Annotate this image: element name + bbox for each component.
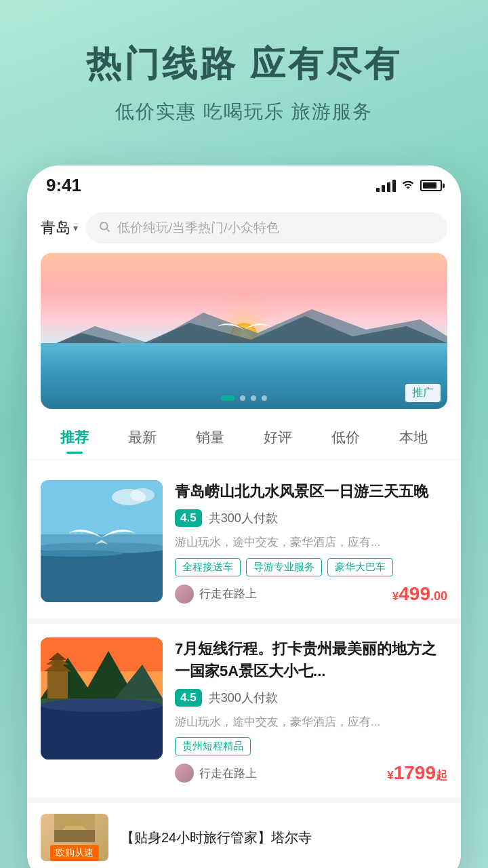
seabird-card-icon bbox=[68, 521, 136, 555]
seabird-illustration bbox=[217, 316, 271, 343]
product-card-3-preview[interactable]: 欧购从速 【贴身24小时旅行管家】塔尔寺 bbox=[27, 803, 461, 868]
svg-rect-22 bbox=[54, 830, 95, 842]
svg-rect-15 bbox=[47, 671, 68, 698]
seller-name-2: 行走在路上 bbox=[199, 766, 257, 781]
product-info-1: 青岛崂山北九水风景区一日游三天五晚 4.5 共300人付款 游山玩水，途中交友，… bbox=[175, 480, 447, 605]
banner-dot-3[interactable] bbox=[251, 395, 256, 401]
product-price-1: ¥499.00 bbox=[392, 583, 447, 605]
seller-name-1: 行走在路上 bbox=[199, 586, 257, 601]
signal-icon bbox=[376, 180, 396, 192]
location-text: 青岛 bbox=[41, 218, 70, 238]
seller-avatar-2 bbox=[175, 764, 194, 783]
product-title-1: 青岛崂山北九水风景区一日游三天五晚 bbox=[175, 480, 447, 502]
seller-avatar-1 bbox=[175, 585, 194, 604]
location-selector[interactable]: 青岛 ▾ bbox=[41, 218, 78, 238]
tags-row-1: 全程接送车 导游专业服务 豪华大巴车 bbox=[175, 558, 447, 576]
taer-temple-svg bbox=[41, 814, 108, 842]
tag-1-1: 全程接送车 bbox=[175, 558, 241, 576]
banner-dot-2[interactable] bbox=[240, 395, 245, 401]
tag-2-1: 贵州短程精品 bbox=[175, 737, 251, 755]
tab-rating[interactable]: 好评 bbox=[244, 422, 312, 452]
svg-point-8 bbox=[130, 488, 155, 502]
status-time: 9:41 bbox=[46, 175, 81, 196]
banner-dots bbox=[221, 395, 267, 401]
svg-point-20 bbox=[41, 698, 163, 712]
product-info-2: 7月短线行程。打卡贵州最美丽的地方之一国家5A景区大小七... 4.5 共300… bbox=[175, 637, 447, 785]
third-card-info: 【贴身24小时旅行管家】塔尔寺 bbox=[121, 829, 312, 847]
banner-dot-1[interactable] bbox=[221, 395, 235, 401]
battery-icon bbox=[420, 180, 442, 191]
banner-image bbox=[41, 253, 447, 409]
product-card-2[interactable]: 7月短线行程。打卡贵州最美丽的地方之一国家5A景区大小七... 4.5 共300… bbox=[27, 624, 461, 804]
product-card-1[interactable]: 青岛崂山北九水风景区一日游三天五晚 4.5 共300人付款 游山玩水，途中交友，… bbox=[27, 467, 461, 624]
hero-subtitle: 低价实惠 吃喝玩乐 旅游服务 bbox=[14, 99, 474, 125]
search-bar-row: 青岛 ▾ 低价纯玩/当季热门/小众特色 bbox=[27, 203, 461, 253]
product-list: 青岛崂山北九水风景区一日游三天五晚 4.5 共300人付款 游山玩水，途中交友，… bbox=[27, 460, 461, 868]
rating-count-1: 共300人付款 bbox=[209, 510, 278, 526]
tags-row-2: 贵州短程精品 bbox=[175, 737, 447, 755]
tab-local[interactable]: 本地 bbox=[380, 422, 447, 452]
tag-1-3: 豪华大巴车 bbox=[327, 558, 393, 576]
seller-price-row-2: 行走在路上 ¥1799起 bbox=[175, 762, 447, 784]
product-title-2: 7月短线行程。打卡贵州最美丽的地方之一国家5A景区大小七... bbox=[175, 637, 447, 682]
wifi-icon bbox=[401, 178, 415, 193]
rating-row-1: 4.5 共300人付款 bbox=[175, 509, 447, 527]
banner[interactable]: 推广 bbox=[41, 253, 447, 409]
promoted-badge: 推广 bbox=[405, 384, 441, 402]
guizhou-svg bbox=[41, 637, 163, 760]
svg-rect-19 bbox=[41, 705, 163, 760]
svg-point-0 bbox=[100, 222, 108, 230]
tab-sales[interactable]: 销量 bbox=[176, 422, 244, 452]
seller-info-2: 行走在路上 bbox=[175, 764, 257, 783]
third-card-title: 【贴身24小时旅行管家】塔尔寺 bbox=[121, 829, 312, 847]
product-image-3: 欧购从速 bbox=[41, 814, 108, 861]
search-input[interactable]: 低价纯玩/当季热门/小众特色 bbox=[117, 219, 279, 237]
search-icon bbox=[98, 220, 110, 236]
tab-low-price[interactable]: 低价 bbox=[312, 422, 380, 452]
seller-price-row-1: 行走在路上 ¥499.00 bbox=[175, 583, 447, 605]
seller-info-1: 行走在路上 bbox=[175, 585, 257, 604]
product-image-2 bbox=[41, 637, 163, 760]
tag-1-2: 导游专业服务 bbox=[246, 558, 322, 576]
svg-line-1 bbox=[106, 229, 109, 231]
hero-title: 热门线路 应有尽有 bbox=[14, 41, 474, 88]
product-price-2: ¥1799起 bbox=[387, 762, 447, 784]
chevron-down-icon: ▾ bbox=[73, 222, 78, 233]
rating-badge-1: 4.5 bbox=[175, 509, 202, 527]
status-bar: 9:41 bbox=[27, 165, 461, 203]
product-desc-1: 游山玩水，途中交友，豪华酒店，应有... bbox=[175, 534, 447, 551]
promotion-badge: 欧购从速 bbox=[50, 845, 99, 861]
banner-dot-4[interactable] bbox=[262, 395, 267, 401]
category-tabs: 推荐 最新 销量 好评 低价 本地 bbox=[27, 409, 461, 460]
hero-section: 热门线路 应有尽有 低价实惠 吃喝玩乐 旅游服务 bbox=[0, 0, 488, 145]
phone-mockup: 9:41 青岛 ▾ bbox=[27, 165, 461, 868]
app-content: 青岛 ▾ 低价纯玩/当季热门/小众特色 bbox=[27, 203, 461, 868]
tab-newest[interactable]: 最新 bbox=[108, 422, 176, 452]
rating-row-2: 4.5 共300人付款 bbox=[175, 689, 447, 707]
status-icons bbox=[376, 178, 442, 193]
rating-count-2: 共300人付款 bbox=[209, 690, 278, 706]
rating-badge-2: 4.5 bbox=[175, 689, 202, 707]
product-image-1 bbox=[41, 480, 163, 602]
product-desc-2: 游山玩水，途中交友，豪华酒店，应有... bbox=[175, 713, 447, 731]
search-box[interactable]: 低价纯玩/当季热门/小众特色 bbox=[86, 212, 447, 243]
tab-recommended[interactable]: 推荐 bbox=[41, 422, 108, 452]
